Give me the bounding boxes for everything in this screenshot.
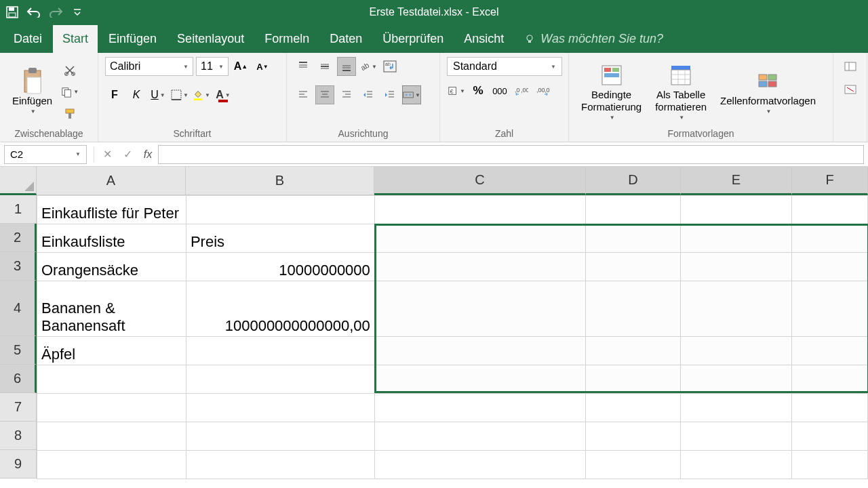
cell-C2[interactable] [374, 224, 586, 253]
column-header-F[interactable]: F [792, 167, 868, 195]
column-header-B[interactable]: B [186, 167, 374, 195]
tab-view[interactable]: Ansicht [454, 25, 513, 53]
decrease-indent-icon[interactable] [359, 85, 378, 104]
percent-icon[interactable]: % [469, 81, 488, 100]
cell-C5[interactable] [374, 337, 586, 365]
cell-C6[interactable] [374, 365, 586, 394]
cell-E9[interactable] [681, 451, 792, 479]
cell-B9[interactable] [186, 451, 374, 479]
formula-input[interactable] [158, 145, 864, 164]
fill-color-icon[interactable]: ▼ [192, 85, 211, 104]
wrap-text-icon[interactable]: ab [380, 57, 399, 76]
column-header-A[interactable]: A [37, 167, 186, 195]
row-header-5[interactable]: 5 [0, 336, 37, 365]
cell-A1[interactable]: Einkaufliste für Peter [37, 196, 186, 224]
cell-E4[interactable] [681, 281, 792, 337]
cell-A3[interactable]: Orangensäcke [37, 253, 186, 281]
column-header-E[interactable]: E [681, 167, 792, 195]
cell-F3[interactable] [792, 253, 868, 281]
cell-A4[interactable]: Bananen & Bananensaft [37, 281, 186, 337]
increase-indent-icon[interactable] [380, 85, 399, 104]
tell-me-search[interactable]: Was möchten Sie tun? [515, 25, 673, 53]
cell-B1[interactable] [186, 196, 374, 224]
cell-D9[interactable] [586, 451, 681, 479]
increase-font-icon[interactable]: A▲ [231, 57, 250, 76]
cell-E8[interactable] [681, 422, 792, 451]
cell-D1[interactable] [586, 196, 681, 224]
undo-icon[interactable] [26, 4, 42, 20]
cell-F5[interactable] [792, 337, 868, 365]
column-header-C[interactable]: C [374, 167, 586, 195]
accept-formula-icon[interactable]: ✓ [117, 145, 138, 164]
cell-B5[interactable] [186, 337, 374, 365]
format-painter-icon[interactable] [60, 104, 79, 123]
increase-decimal-icon[interactable]: ,0,00 [512, 81, 531, 100]
tab-insert[interactable]: Einfügen [99, 25, 166, 53]
cell-F6[interactable] [792, 365, 868, 394]
delete-cells-icon[interactable] [841, 80, 860, 99]
cell-E5[interactable] [681, 337, 792, 365]
italic-button[interactable]: K [127, 85, 146, 104]
align-top-icon[interactable] [294, 57, 313, 76]
font-size-select[interactable]: 11 ▼ [196, 57, 229, 76]
cell-styles-button[interactable]: Zellenformatvorlagen▼ [715, 66, 821, 118]
qat-customize-icon[interactable] [69, 4, 85, 20]
cell-D4[interactable] [586, 281, 681, 337]
cell-F8[interactable] [792, 422, 868, 451]
decrease-font-icon[interactable]: A▼ [253, 57, 272, 76]
row-header-1[interactable]: 1 [0, 195, 37, 224]
orientation-icon[interactable]: ab▼ [359, 57, 378, 76]
align-bottom-icon[interactable] [337, 57, 356, 76]
cell-A9[interactable] [37, 451, 186, 479]
cell-E1[interactable] [681, 196, 792, 224]
font-name-select[interactable]: Calibri ▼ [105, 57, 193, 76]
cell-A7[interactable] [37, 394, 186, 422]
cell-C7[interactable] [374, 394, 586, 422]
cell-B2[interactable]: Preis [186, 224, 374, 253]
cell-A2[interactable]: Einkaufsliste [37, 224, 186, 253]
cell-C3[interactable] [374, 253, 586, 281]
cell-B6[interactable] [186, 365, 374, 394]
row-header-6[interactable]: 6 [0, 365, 37, 393]
redo-icon[interactable] [47, 4, 64, 20]
tab-home[interactable]: Start [53, 25, 98, 53]
cut-icon[interactable] [60, 61, 79, 80]
cell-F1[interactable] [792, 196, 868, 224]
decrease-decimal-icon[interactable]: ,00,0 [534, 81, 553, 100]
cell-A6[interactable] [37, 365, 186, 394]
row-header-9[interactable]: 9 [0, 450, 37, 479]
tab-review[interactable]: Überprüfen [373, 25, 453, 53]
tab-formulas[interactable]: Formeln [255, 25, 319, 53]
cell-C4[interactable] [374, 281, 586, 337]
cell-E7[interactable] [681, 394, 792, 422]
merge-center-icon[interactable]: ▼ [402, 85, 421, 104]
row-header-3[interactable]: 3 [0, 252, 37, 281]
cell-A5[interactable]: Äpfel [37, 337, 186, 365]
font-color-icon[interactable]: A▼ [214, 85, 233, 104]
cell-E6[interactable] [681, 365, 792, 394]
cell-D3[interactable] [586, 253, 681, 281]
cell-F9[interactable] [792, 451, 868, 479]
tab-page-layout[interactable]: Seitenlayout [167, 25, 254, 53]
cell-D5[interactable] [586, 337, 681, 365]
accounting-format-icon[interactable]: €▼ [447, 81, 466, 100]
name-box[interactable]: C2 ▼ [4, 145, 87, 164]
cell-B3[interactable]: 10000000000 [186, 253, 374, 281]
cancel-formula-icon[interactable]: ✕ [97, 145, 117, 164]
cell-C1[interactable] [374, 196, 586, 224]
fx-icon[interactable]: fx [138, 145, 158, 164]
underline-button[interactable]: U▼ [149, 85, 167, 104]
save-icon[interactable] [4, 4, 20, 20]
cell-B7[interactable] [186, 394, 374, 422]
comma-style-icon[interactable]: 000 [490, 81, 509, 100]
cell-E2[interactable] [681, 224, 792, 253]
borders-icon[interactable]: ▼ [170, 85, 189, 104]
column-header-D[interactable]: D [586, 167, 681, 195]
bold-button[interactable]: F [105, 85, 124, 104]
tab-data[interactable]: Daten [320, 25, 372, 53]
cell-D7[interactable] [586, 394, 681, 422]
select-all-corner[interactable] [0, 167, 37, 195]
number-format-select[interactable]: Standard ▼ [447, 57, 562, 76]
row-header-4[interactable]: 4 [0, 281, 37, 336]
cell-A8[interactable] [37, 422, 186, 451]
